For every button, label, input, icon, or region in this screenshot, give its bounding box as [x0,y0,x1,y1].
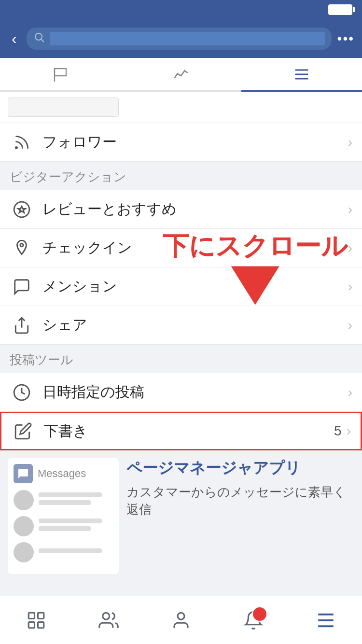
pin-icon [10,236,34,260]
back-button[interactable]: ‹ [8,28,21,50]
tab-menu[interactable] [241,58,362,90]
chevron-right-icon: › [347,423,351,439]
chat-icon [10,275,34,299]
avatar [14,542,34,562]
chevron-right-icon: › [348,202,352,217]
chevron-right-icon: › [348,240,352,256]
clock-icon [10,380,34,405]
chevron-right-icon: › [348,318,352,333]
chevron-right-icon: › [348,385,352,400]
nav-pages[interactable] [26,610,46,630]
promo-text: ページマネージャアプリ カスタマーからのメッセージに素早く返信 [126,458,354,574]
share-item[interactable]: シェア › [0,306,362,345]
promo-title: ページマネージャアプリ [126,458,354,478]
text-line [39,492,102,497]
reviews-label: レビューとおすすめ [42,199,348,219]
text-lines [39,548,113,556]
drafts-label: 下書き [44,421,334,441]
status-bar [0,0,362,19]
search-icon [33,31,45,46]
text-line [39,518,102,523]
text-line [39,526,91,531]
avatar [14,490,34,510]
checkin-label: チェックイン [42,238,348,258]
top-nav: ‹ ••• [0,19,362,58]
search-row [0,92,362,123]
mention-label: メンション [42,277,348,296]
nav-notifications[interactable] [243,610,264,630]
promo-preview-header: Messages [14,464,113,483]
battery-icon [328,4,352,15]
text-lines [39,518,113,534]
share-label: シェア [42,315,348,335]
search-bar[interactable] [27,28,332,50]
svg-point-8 [20,243,23,246]
svg-rect-11 [28,613,34,618]
bottom-nav [0,596,362,644]
rss-icon [10,130,34,154]
messages-label: Messages [38,467,86,480]
svg-point-7 [14,202,29,217]
promo-description: カスタマーからのメッセージに素早く返信 [126,483,354,518]
drafts-badge: 5 [334,423,342,439]
svg-line-1 [41,40,44,42]
svg-rect-13 [28,622,34,628]
messages-icon [14,464,33,483]
avatar [14,516,34,536]
tab-row [0,58,362,92]
scheduled-post-item[interactable]: 日時指定の投稿 › [0,373,362,412]
followers-section: フォロワー › [0,123,362,162]
pencil-icon [11,419,35,443]
scheduled-label: 日時指定の投稿 [42,382,348,402]
checkin-item[interactable]: チェックイン › [0,229,362,267]
drafts-item[interactable]: 下書き 5 › [0,412,362,450]
mention-item[interactable]: メンション › [0,267,362,306]
preview-user-2 [14,516,113,536]
nav-menu[interactable] [316,610,336,630]
svg-rect-12 [38,613,44,618]
text-line [39,548,102,553]
post-tools-header: 投稿ツール [0,345,362,373]
more-button[interactable]: ••• [337,31,354,46]
tab-graph[interactable] [121,58,241,90]
text-line [39,500,91,505]
star-icon [10,197,34,222]
visitor-actions-header: ビジターアクション [0,162,362,190]
search-input[interactable] [50,32,325,45]
reviews-item[interactable]: レビューとおすすめ › [0,190,362,229]
share-icon [10,313,34,337]
followers-label: フォロワー [42,132,348,152]
promo-preview-card: Messages [8,458,119,574]
chevron-right-icon: › [348,135,352,150]
preview-user-3 [14,542,113,562]
text-lines [39,492,113,508]
followers-item[interactable]: フォロワー › [0,123,362,162]
promo-section: Messages ページマネージャアプリ カスタマーからのメッセージに素早く返信 [0,450,362,582]
chevron-right-icon: › [348,279,352,294]
svg-point-0 [35,33,42,40]
nav-profile[interactable] [171,610,191,630]
nav-friends[interactable] [98,610,119,630]
svg-point-15 [103,613,110,619]
svg-point-6 [15,147,17,148]
filter-input[interactable] [8,98,119,117]
svg-point-16 [178,613,184,619]
notification-badge [252,606,267,622]
visitor-actions-items: 下にスクロール レビューとおすすめ › チェックイン › [0,190,362,345]
preview-user-1 [14,490,113,510]
tab-flag[interactable] [0,58,121,90]
svg-rect-14 [38,622,44,628]
